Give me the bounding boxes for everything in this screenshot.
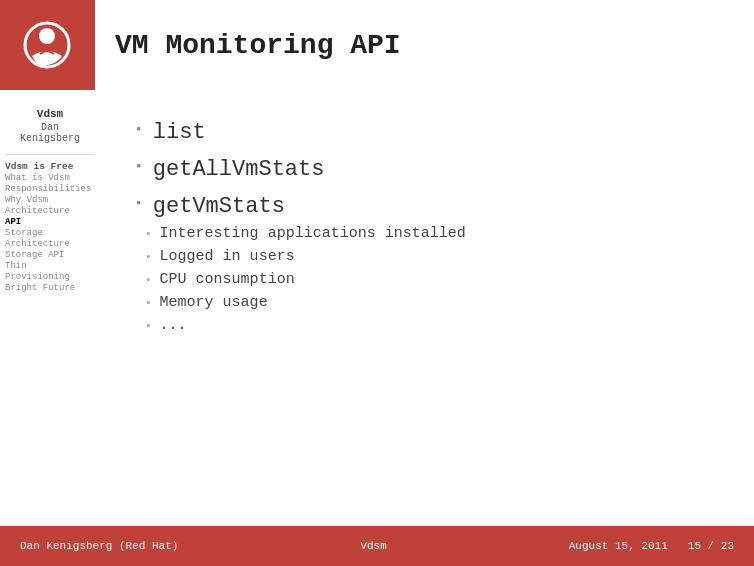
- page-title: VM Monitoring API: [115, 30, 401, 61]
- logo-box: [0, 0, 95, 90]
- sidebar-item-why-vdsm[interactable]: Why Vdsm: [5, 195, 95, 205]
- sub-list-getvmstats: ▪ Interesting applications installed ▪ L…: [145, 225, 466, 340]
- title-box: VM Monitoring API: [95, 30, 754, 61]
- bullet-icon-list: ▪: [135, 122, 143, 137]
- sidebar-item-thin[interactable]: Thin: [5, 261, 95, 271]
- sub-bullet-1: ▪: [145, 228, 152, 240]
- sub-item-interesting: ▪ Interesting applications installed: [145, 225, 466, 242]
- footer-page: 15 / 23: [688, 540, 734, 552]
- sub-item-logged: ▪ Logged in users: [145, 248, 466, 265]
- logo-icon: [20, 18, 75, 73]
- footer-right: August 15, 2011 15 / 23: [569, 540, 734, 552]
- content-list: ▪ list ▪ getAllVmStats ▪ getVmStats ▪ In…: [135, 120, 714, 340]
- sidebar-item-architecture[interactable]: Architecture: [5, 206, 95, 216]
- item-text-getvmstats: getVmStats: [153, 194, 285, 219]
- sidebar-author: Dan Kenigsberg: [5, 122, 95, 144]
- sidebar-item-storage-api[interactable]: Storage API: [5, 250, 95, 260]
- sub-text-etc: ...: [160, 317, 187, 334]
- sidebar-section: Vdsm: [5, 108, 95, 120]
- sub-bullet-3: ▪: [145, 274, 152, 286]
- sidebar: Vdsm Dan Kenigsberg Vdsm is Free What is…: [0, 90, 95, 526]
- sidebar-item-what-is-vdsm[interactable]: What is Vdsm: [5, 173, 95, 183]
- main-content: ▪ list ▪ getAllVmStats ▪ getVmStats ▪ In…: [95, 90, 754, 526]
- item-text-getall: getAllVmStats: [153, 157, 325, 182]
- footer-author: Dan Kenigsberg (Red Hat): [20, 540, 178, 552]
- sub-text-logged: Logged in users: [160, 248, 295, 265]
- list-item-list: ▪ list: [135, 120, 714, 145]
- sidebar-divider: [5, 154, 95, 155]
- sidebar-item-api[interactable]: API: [5, 217, 95, 227]
- svg-point-1: [39, 28, 55, 44]
- sub-bullet-5: ▪: [145, 320, 152, 332]
- sidebar-item-provisioning[interactable]: Provisioning: [5, 272, 95, 282]
- sidebar-item-storage[interactable]: Storage: [5, 228, 95, 238]
- sub-bullet-2: ▪: [145, 251, 152, 263]
- sub-text-interesting: Interesting applications installed: [160, 225, 466, 242]
- sidebar-item-architecture2[interactable]: Architecture: [5, 239, 95, 249]
- header: VM Monitoring API: [0, 0, 754, 90]
- item-text-list: list: [153, 120, 206, 145]
- sub-item-etc: ▪ ...: [145, 317, 466, 334]
- footer-date: August 15, 2011: [569, 540, 668, 552]
- sidebar-item-responsibilities[interactable]: Responsibilities: [5, 184, 95, 194]
- bullet-icon-getvmstats: ▪: [135, 196, 143, 211]
- footer: Dan Kenigsberg (Red Hat) Vdsm August 15,…: [0, 526, 754, 566]
- list-item-getallvmstats: ▪ getAllVmStats: [135, 157, 714, 182]
- sub-item-cpu: ▪ CPU consumption: [145, 271, 466, 288]
- bullet-icon-getall: ▪: [135, 159, 143, 174]
- sidebar-item-bright-future[interactable]: Bright Future: [5, 283, 95, 293]
- footer-center-text: Vdsm: [360, 540, 386, 552]
- sub-item-memory: ▪ Memory usage: [145, 294, 466, 311]
- sub-text-memory: Memory usage: [160, 294, 268, 311]
- sub-bullet-4: ▪: [145, 297, 152, 309]
- sub-text-cpu: CPU consumption: [160, 271, 295, 288]
- sidebar-group-label: Vdsm is Free: [5, 161, 95, 172]
- list-item-getvmstats: ▪ getVmStats ▪ Interesting applications …: [135, 194, 714, 340]
